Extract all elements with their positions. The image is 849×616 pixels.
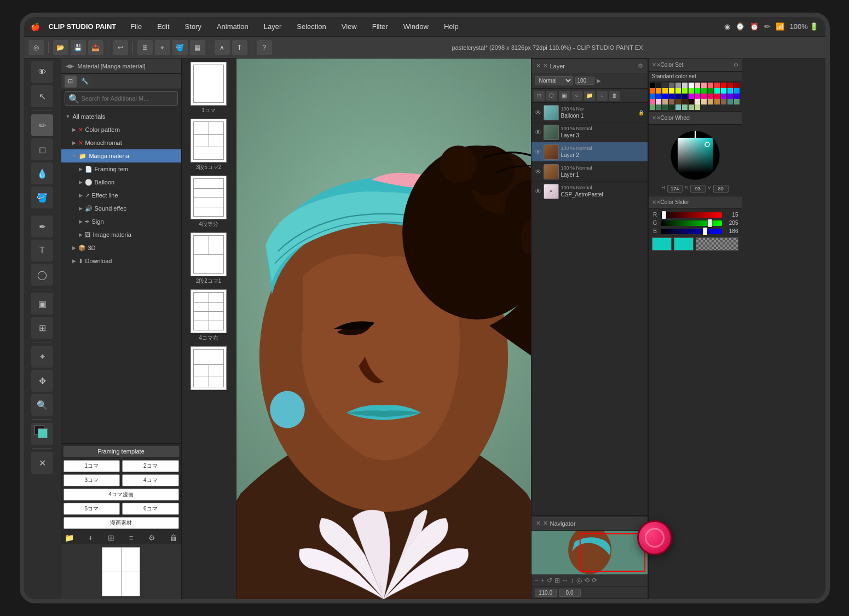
color-swatch[interactable] bbox=[682, 99, 688, 104]
materials-tab-icon[interactable]: ⊡ bbox=[65, 75, 77, 88]
color-swatch[interactable] bbox=[669, 99, 674, 104]
color-set-settings-icon[interactable]: ⚙ bbox=[734, 62, 738, 68]
tree-item-image-materia[interactable]: ▶ 🖼 Image materia bbox=[61, 228, 181, 241]
color-swatch[interactable] bbox=[727, 94, 733, 99]
layer-folder-btn[interactable]: 📁 bbox=[584, 91, 595, 101]
color-swatch[interactable] bbox=[708, 83, 713, 88]
color-swatch[interactable] bbox=[675, 104, 681, 110]
color-swatch[interactable] bbox=[734, 94, 740, 99]
color-swatch[interactable] bbox=[701, 83, 707, 88]
color-swatch[interactable] bbox=[650, 94, 655, 99]
panel-expand-icon[interactable]: ✕ bbox=[543, 62, 548, 69]
canvas-area[interactable] bbox=[236, 59, 531, 599]
color-swatch[interactable] bbox=[682, 104, 688, 110]
extra-icon-1[interactable]: ⟲ bbox=[584, 577, 590, 584]
color-swatch[interactable] bbox=[721, 88, 726, 94]
color-swatch[interactable] bbox=[689, 83, 694, 88]
flip-v-icon[interactable]: ↕ bbox=[571, 577, 574, 584]
csp-logo-btn[interactable]: ◎ bbox=[28, 40, 44, 55]
color-swatch[interactable] bbox=[695, 94, 700, 99]
color-swatch[interactable] bbox=[695, 88, 700, 94]
color-swatch[interactable] bbox=[727, 88, 733, 94]
color-swatch[interactable] bbox=[675, 99, 681, 104]
tree-item-sound[interactable]: ▶ 🔊 Sound effec bbox=[61, 202, 181, 215]
color-swatch[interactable] bbox=[650, 88, 655, 94]
color-swatch[interactable] bbox=[714, 94, 720, 99]
template-item-1koma[interactable]: 1コマ bbox=[190, 62, 227, 114]
color-swatch[interactable] bbox=[656, 94, 661, 99]
help-icon-btn[interactable]: ? bbox=[257, 40, 272, 55]
color-set-expand-icon[interactable]: ✕ bbox=[656, 62, 661, 68]
current-color-preview[interactable] bbox=[652, 237, 672, 251]
tool-move[interactable]: ✥ bbox=[31, 370, 53, 392]
template-1koma[interactable]: 1コマ bbox=[63, 460, 120, 472]
template-3koma[interactable]: 3コマ bbox=[63, 474, 120, 486]
tree-item-download[interactable]: ▶ ⬇ Download bbox=[61, 254, 181, 268]
nav-zoom-input[interactable] bbox=[535, 589, 557, 597]
color-swatch[interactable] bbox=[650, 99, 655, 104]
nav-close-icon[interactable]: ✕ bbox=[536, 520, 541, 527]
layer-item-3[interactable]: 👁 100 % Normal Layer 3 bbox=[532, 123, 648, 142]
template-4koma[interactable]: 4コマ bbox=[122, 474, 179, 486]
new-raster-layer-btn[interactable]: □ bbox=[534, 91, 545, 101]
color-swatch[interactable] bbox=[689, 88, 694, 94]
tool-shape[interactable]: ◯ bbox=[31, 264, 53, 286]
color-swatch[interactable] bbox=[682, 83, 688, 88]
tool-text[interactable]: T bbox=[31, 240, 53, 261]
save-btn[interactable]: 💾 bbox=[71, 40, 86, 55]
type-btn[interactable]: T bbox=[232, 40, 247, 55]
previous-color-preview[interactable] bbox=[674, 237, 694, 251]
color-swatch[interactable] bbox=[656, 83, 661, 88]
color-swatch[interactable] bbox=[662, 88, 668, 94]
zoom-in-icon[interactable]: + bbox=[541, 577, 545, 584]
template-item-2dan[interactable]: 2段2コマ1 bbox=[190, 233, 227, 285]
template-item-extra[interactable] bbox=[190, 346, 227, 391]
layer-delete-btn[interactable]: 🗑 bbox=[609, 91, 620, 101]
tree-item-color-pattern[interactable]: ▶ ✕ Color pattern bbox=[61, 123, 181, 136]
new-vector-layer-btn[interactable]: ⬡ bbox=[546, 91, 557, 101]
color-swatch[interactable] bbox=[669, 88, 674, 94]
search-input[interactable] bbox=[82, 95, 174, 102]
new-fill-layer-btn[interactable]: ▣ bbox=[559, 91, 570, 101]
color-swatch[interactable] bbox=[708, 94, 713, 99]
color-swatch[interactable] bbox=[695, 83, 700, 88]
template-item-4dan[interactable]: 4段等分 bbox=[190, 176, 227, 228]
color-swatch[interactable] bbox=[721, 83, 726, 88]
template-2koma[interactable]: 2コマ bbox=[122, 460, 179, 472]
layer-visibility-icon[interactable]: 👁 bbox=[535, 148, 541, 156]
color-swatch[interactable] bbox=[669, 94, 674, 99]
layer-item-balloon1[interactable]: 👁 100 % Nor Balloon 1 🔒 bbox=[532, 103, 648, 123]
color-swatch[interactable] bbox=[669, 83, 674, 88]
layer-down-btn[interactable]: ↓ bbox=[597, 91, 608, 101]
color-set-close-icon[interactable]: ✕ bbox=[652, 62, 656, 68]
template-list-icon[interactable]: ≡ bbox=[129, 533, 133, 542]
menu-animation[interactable]: Animation bbox=[213, 21, 252, 32]
color-swatch[interactable] bbox=[656, 88, 661, 94]
color-swatch[interactable] bbox=[669, 104, 674, 110]
menu-story[interactable]: Story bbox=[182, 21, 205, 32]
green-slider-thumb[interactable] bbox=[708, 219, 712, 227]
color-swatch[interactable] bbox=[708, 88, 713, 94]
color-swatch[interactable] bbox=[727, 99, 733, 104]
menu-help[interactable]: Help bbox=[441, 21, 462, 32]
zoom-out-icon[interactable]: − bbox=[535, 577, 539, 584]
tool-brush[interactable]: ✏ bbox=[31, 114, 53, 136]
panel-close-icon[interactable]: ✕ bbox=[536, 62, 541, 69]
color-swatch[interactable] bbox=[662, 99, 668, 104]
slider-close-icon[interactable]: ✕ bbox=[652, 199, 656, 205]
tool-gradient[interactable]: ▣ bbox=[31, 293, 53, 315]
color-swatch[interactable] bbox=[721, 94, 726, 99]
color-swatch[interactable] bbox=[662, 94, 668, 99]
color-swatch[interactable] bbox=[695, 104, 700, 110]
nav-expand-icon[interactable]: ✕ bbox=[543, 520, 548, 527]
color-swatch[interactable] bbox=[721, 99, 726, 104]
template-settings-icon[interactable]: ⚙ bbox=[148, 533, 155, 542]
color-swatch[interactable] bbox=[695, 99, 700, 104]
gradient-btn[interactable]: ▦ bbox=[190, 40, 205, 55]
menu-filter[interactable]: Filter bbox=[369, 21, 391, 32]
tree-item-manga[interactable]: ▼ 📁 Manga materia bbox=[61, 149, 181, 162]
tool-fill[interactable]: 🪣 bbox=[31, 187, 53, 208]
export-btn[interactable]: 📤 bbox=[88, 40, 103, 55]
layer-blend-mode-select[interactable]: Normal Multiply Screen bbox=[535, 76, 573, 85]
tool-panel-icon[interactable]: ⚙ bbox=[638, 62, 643, 69]
